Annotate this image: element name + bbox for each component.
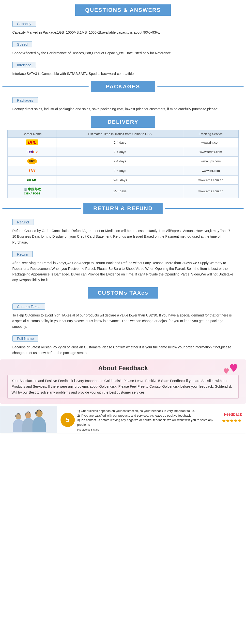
bottom-feedback-points: 1) Our success depends on your satisfact… — [77, 409, 219, 427]
packages-text: Factory direct sales, industrial packagi… — [12, 106, 234, 112]
bottom-feedback-bar: 5 1) Our success depends on your satisfa… — [0, 406, 246, 434]
table-row: DHL2-4 dayswww.dhl.com — [8, 138, 239, 147]
feedback-body-text: Your Satisfaction and Positive Feedback … — [7, 375, 239, 399]
table-row: UPS2-4 dayswww.ups.com — [8, 157, 239, 166]
custom-taxes-label: Custom Taxes — [12, 304, 45, 310]
col-carrier: Carrier Name — [8, 130, 57, 138]
agent-area — [0, 406, 57, 433]
fullname-text: Because of Latest Rusian Policy,all of R… — [12, 344, 234, 356]
hearts-decoration — [216, 362, 239, 382]
col-tracking: Tracking Service — [183, 130, 238, 138]
refund-label: Refund — [12, 219, 34, 225]
customs-header: CUSTOMs TAXes — [0, 287, 246, 298]
return-header: RETURN & REFUND — [0, 203, 246, 214]
packages-header-box: PACKAGES — [91, 81, 155, 92]
bottom-stars: ★★★★★ — [222, 418, 241, 424]
speed-text: Speed:Affected by the Performance of Dev… — [12, 50, 234, 56]
capacity-label: Capacity — [12, 20, 36, 27]
qa-header-box: QUESTIONS & ANSWERS — [75, 4, 171, 16]
speed-label: Speed — [12, 41, 32, 48]
feedback-section: About Feedback Your Satisfaction and Pos… — [0, 360, 246, 404]
feedback-word: Feedback — [224, 412, 242, 417]
table-row: FedEx2-4 dayswww.fedex.com — [8, 147, 239, 157]
delivery-table: Carrier Name Estimated Time in Transit f… — [7, 130, 239, 198]
refund-text: Refund Caused by Order Cancellation,Refu… — [12, 228, 234, 245]
custom-taxes-text: To Help Cutomers to avoid high TAXes,al … — [12, 312, 234, 330]
delivery-header: DELIVERY — [0, 116, 246, 128]
return-header-box: RETURN & REFUND — [83, 203, 162, 214]
bottom-feedback-content: 5 1) Our success depends on your satisfa… — [57, 406, 246, 434]
interface-label: Interface — [12, 62, 36, 68]
capacity-text: Capacity:Marked in Package:1GB=1000MB,1M… — [12, 30, 234, 35]
pls-give-label: Pls give us 5 stars — [77, 428, 242, 431]
table-row: 🏢 中国邮政CHINA POST25+ dayswww.ems.com.cn — [8, 185, 239, 198]
feedback-title: About Feedback — [7, 364, 239, 372]
customs-header-box: CUSTOMs TAXes — [88, 287, 158, 298]
packages-header: PACKAGES — [0, 81, 246, 92]
qa-header: QUESTIONS & ANSWERS — [0, 4, 246, 16]
col-time: Estimated Time in Transit from China to … — [57, 130, 183, 138]
return-text: After Receiving the Parcel in 7days,we C… — [12, 260, 234, 283]
star-badge: 5 — [61, 413, 75, 427]
delivery-header-box: DELIVERY — [91, 116, 155, 128]
interface-text: Interface:SATA3 is Compatible with SATA2… — [12, 71, 234, 76]
table-row: TNT2-4 dayswww.tnt.com — [8, 166, 239, 176]
return-label: Return — [12, 251, 33, 257]
bottom-text-block: 1) Our success depends on your satisfact… — [77, 409, 242, 431]
packages-label: Packages — [12, 97, 38, 103]
fullname-label: Full Name — [12, 336, 38, 342]
table-row: ✉EMS5-10 dayswww.ems.com.cn — [8, 176, 239, 185]
